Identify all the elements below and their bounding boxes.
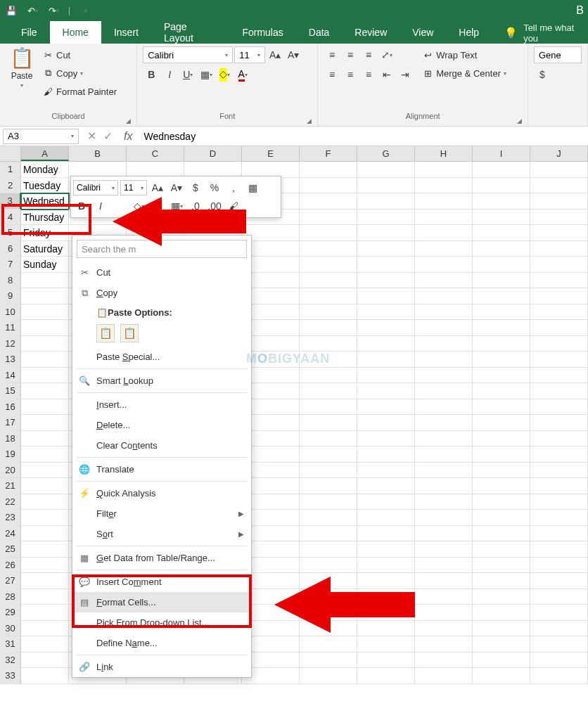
cell[interactable]: [300, 636, 357, 652]
row-header[interactable]: 25: [0, 541, 21, 558]
undo-icon[interactable]: ↶▾: [25, 4, 39, 18]
cell[interactable]: [473, 636, 530, 652]
ctx-insert[interactable]: Insert...: [72, 394, 251, 415]
format-painter-button[interactable]: 🖌Format Painter: [42, 83, 117, 100]
cell[interactable]: [415, 605, 473, 621]
row-header[interactable]: 20: [0, 463, 21, 479]
ctx-delete[interactable]: Delete...: [72, 415, 251, 435]
row-header[interactable]: 22: [0, 494, 21, 510]
cell[interactable]: [21, 636, 69, 652]
row-header[interactable]: 30: [0, 621, 21, 637]
currency-icon[interactable]: $: [534, 66, 551, 83]
cell[interactable]: [357, 273, 415, 289]
cell[interactable]: [21, 478, 69, 494]
mini-font-combo[interactable]: Calibri▾: [73, 180, 118, 195]
save-icon[interactable]: 💾: [4, 4, 18, 18]
cell[interactable]: [473, 541, 530, 558]
cell[interactable]: [357, 652, 415, 669]
mini-decrease-font-icon[interactable]: A▾: [168, 179, 185, 196]
cell[interactable]: [473, 589, 530, 605]
cell[interactable]: [415, 446, 473, 463]
cell[interactable]: [530, 273, 588, 289]
cell[interactable]: [21, 589, 69, 605]
cut-button[interactable]: ✂Cut: [42, 46, 117, 63]
row-header[interactable]: 10: [0, 304, 21, 321]
cell[interactable]: [415, 241, 473, 257]
cell[interactable]: [530, 257, 588, 273]
cell[interactable]: [21, 621, 69, 637]
cell[interactable]: [530, 383, 588, 399]
cell[interactable]: [473, 621, 530, 637]
cell[interactable]: [357, 478, 415, 494]
cell[interactable]: [530, 193, 588, 210]
paste-default-icon[interactable]: 📋: [96, 324, 115, 342]
cell[interactable]: [530, 178, 588, 194]
cell[interactable]: [300, 288, 357, 304]
cell[interactable]: [357, 431, 415, 447]
mini-increase-font-icon[interactable]: A▴: [149, 179, 166, 196]
cell[interactable]: [415, 225, 473, 241]
row-header[interactable]: 24: [0, 526, 21, 542]
font-size-combo[interactable]: 11▾: [234, 46, 265, 63]
cell[interactable]: [530, 510, 588, 526]
decrease-font-icon[interactable]: A▾: [285, 46, 302, 63]
ctx-quick-analysis[interactable]: ⚡Quick Analysis: [72, 483, 251, 503]
cell[interactable]: [300, 558, 357, 574]
cancel-icon[interactable]: ✕: [87, 129, 96, 143]
cell[interactable]: [415, 652, 473, 669]
font-name-combo[interactable]: Calibri▾: [143, 46, 233, 63]
cell[interactable]: [357, 415, 415, 431]
cell[interactable]: [473, 304, 530, 321]
enter-icon[interactable]: ✓: [103, 129, 113, 143]
row-header[interactable]: 8: [0, 273, 21, 289]
cell[interactable]: [415, 589, 473, 605]
cell[interactable]: [21, 320, 69, 336]
cell[interactable]: [415, 399, 473, 416]
cell[interactable]: [530, 304, 588, 321]
fill-color-button[interactable]: ◇▾: [216, 66, 233, 83]
cell[interactable]: [300, 225, 357, 241]
cell[interactable]: [357, 510, 415, 526]
redo-icon[interactable]: ↷▾: [46, 4, 60, 18]
row-header[interactable]: 11: [0, 320, 21, 336]
cell[interactable]: [473, 558, 530, 574]
cell[interactable]: [473, 399, 530, 416]
cell[interactable]: [357, 368, 415, 384]
mini-italic-button[interactable]: I: [92, 198, 109, 214]
cell[interactable]: [530, 541, 588, 558]
cell[interactable]: [530, 241, 588, 257]
cell[interactable]: [530, 636, 588, 652]
name-box[interactable]: A3▾: [3, 129, 79, 144]
increase-indent-icon[interactable]: ⇥: [397, 66, 414, 83]
col-header-H[interactable]: H: [415, 146, 473, 161]
cell[interactable]: [473, 210, 530, 226]
cell[interactable]: [300, 526, 357, 542]
ctx-copy[interactable]: ⧉Copy: [72, 283, 251, 303]
cell[interactable]: [300, 210, 357, 226]
fx-icon[interactable]: fx: [118, 130, 138, 143]
align-right-icon[interactable]: ≡: [360, 66, 377, 83]
cell[interactable]: [530, 526, 588, 542]
cell[interactable]: [530, 336, 588, 352]
cell[interactable]: [530, 558, 588, 574]
cell[interactable]: [300, 383, 357, 399]
col-header-F[interactable]: F: [300, 146, 357, 161]
align-middle-icon[interactable]: ≡: [342, 46, 359, 63]
cell[interactable]: [415, 573, 473, 589]
cell[interactable]: [300, 541, 357, 558]
row-header[interactable]: 7: [0, 257, 21, 273]
cell[interactable]: [300, 178, 357, 194]
cell[interactable]: [21, 288, 69, 304]
row-header[interactable]: 16: [0, 399, 21, 416]
font-color-button[interactable]: A▾: [234, 66, 251, 83]
customize-qat-icon[interactable]: ▾: [79, 4, 93, 18]
border-button[interactable]: ▦▾: [198, 66, 215, 83]
cell[interactable]: [530, 352, 588, 368]
cell[interactable]: [415, 494, 473, 510]
cell[interactable]: [415, 178, 473, 194]
cell[interactable]: [415, 415, 473, 431]
row-header[interactable]: 23: [0, 510, 21, 526]
tab-review[interactable]: Review: [342, 21, 400, 44]
cell[interactable]: [473, 605, 530, 621]
align-bottom-icon[interactable]: ≡: [360, 46, 377, 63]
